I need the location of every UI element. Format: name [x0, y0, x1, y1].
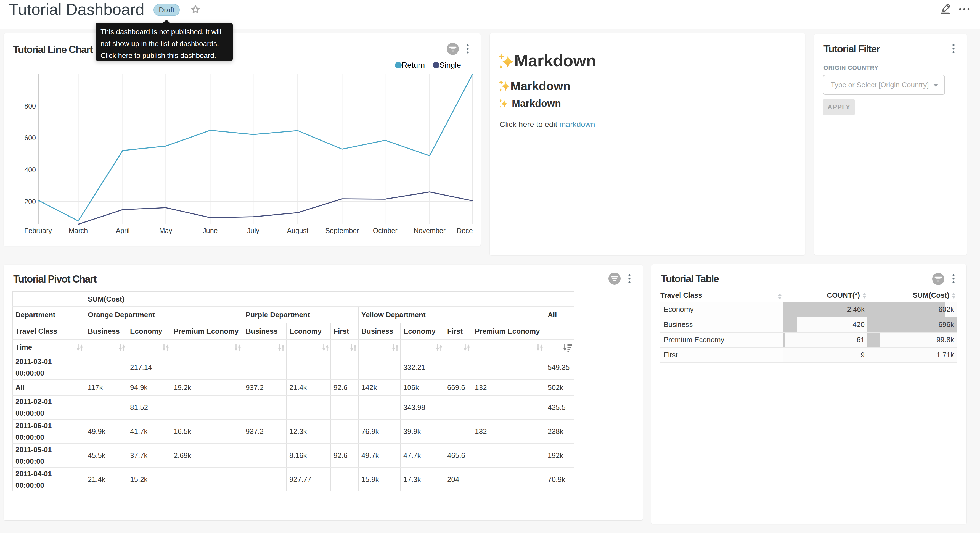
svg-text:200: 200 — [24, 198, 36, 206]
svg-text:July: July — [247, 227, 259, 235]
svg-text:600: 600 — [24, 134, 36, 142]
svg-text:April: April — [116, 227, 129, 235]
svg-text:November: November — [414, 227, 445, 235]
svg-text:February: February — [24, 227, 52, 235]
svg-text:March: March — [69, 227, 88, 235]
svg-text:May: May — [159, 227, 173, 235]
svg-text:400: 400 — [24, 166, 36, 174]
svg-text:August: August — [287, 227, 309, 235]
svg-text:June: June — [203, 227, 218, 235]
svg-text:September: September — [325, 227, 359, 235]
svg-text:October: October — [373, 227, 398, 235]
svg-text:December: December — [457, 227, 473, 235]
svg-text:800: 800 — [24, 102, 36, 110]
